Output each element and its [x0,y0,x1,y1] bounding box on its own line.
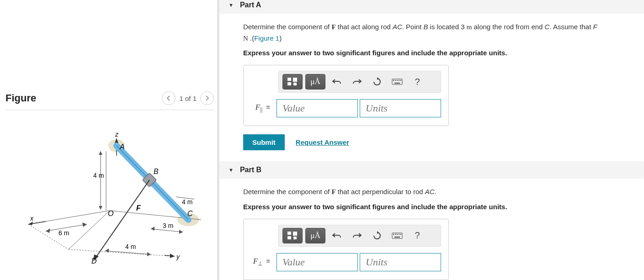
part-a-units-input[interactable] [360,99,441,117]
svg-line-29 [105,251,151,254]
problem-panel: ▼ Part A Determine the component of F th… [219,0,644,280]
svg-rect-50 [393,234,394,235]
svg-marker-36 [377,77,379,80]
svg-marker-15 [99,151,102,155]
undo-button[interactable] [328,74,346,90]
part-a-header[interactable]: ▼ Part A [219,0,644,14]
figure-panel: Figure 1 of 1 [0,0,219,280]
svg-rect-32 [287,78,291,81]
collapse-triangle-icon: ▼ [229,167,234,173]
dim-4m-left: 4 m [93,172,104,179]
svg-rect-43 [394,83,400,84]
part-a-body: Determine the component of F that act al… [219,22,644,161]
help-button[interactable]: ? [409,228,426,243]
dim-4m-right: 4 m [182,198,192,206]
svg-marker-28 [82,222,87,227]
figure-1-link[interactable]: Figure 1 [254,34,279,42]
reset-button[interactable] [368,228,386,243]
keyboard-button[interactable] [389,228,406,243]
point-O-label: O [108,210,113,217]
svg-rect-53 [399,234,399,235]
part-a-request-answer-link[interactable]: Request Answer [296,138,349,146]
part-b-value-input[interactable] [277,253,358,271]
help-button[interactable]: ? [409,74,426,90]
axis-y-label: y [176,253,180,260]
svg-line-23 [151,229,183,232]
svg-rect-52 [397,234,398,235]
figure-pager: 1 of 1 [162,91,214,105]
collapse-triangle-icon: ▼ [229,2,234,8]
reset-icon [373,231,382,240]
axis-z-label: z [115,131,119,138]
part-b-instruction: Express your answer to two significant f… [243,203,644,211]
svg-line-6 [69,249,174,256]
redo-icon [352,232,362,239]
point-A-label: A [119,143,125,151]
figure-header: Figure 1 of 1 [5,91,214,110]
pager-label: 1 of 1 [179,95,197,102]
dim-3m: 3 m [163,222,173,229]
svg-marker-31 [147,252,151,256]
svg-rect-54 [400,234,401,235]
svg-rect-34 [293,78,297,82]
svg-rect-37 [392,79,402,85]
undo-button[interactable] [328,228,346,243]
redo-button[interactable] [348,228,366,243]
chevron-right-icon [205,95,209,101]
units-symbol-button[interactable]: μÅ [305,74,325,90]
point-C-label: C [187,210,193,217]
force-F-label: F [136,204,141,212]
svg-rect-35 [293,83,297,85]
part-b-toolbar: μÅ ? [278,225,441,247]
svg-line-20 [95,180,149,259]
keyboard-icon [392,79,403,85]
units-symbol-button[interactable]: μÅ [305,228,325,243]
pager-next-button[interactable] [200,91,214,105]
axis-x-label: x [30,215,34,222]
svg-marker-16 [99,206,102,210]
svg-rect-51 [395,234,396,235]
undo-icon [332,78,341,85]
svg-rect-38 [393,80,394,81]
part-b-answer-box: μÅ ? F⊥ = [243,219,449,280]
pager-prev-button[interactable] [162,91,176,105]
template-picker-button[interactable] [282,228,303,243]
svg-rect-55 [394,237,400,238]
part-b-header[interactable]: ▼ Part B [219,161,644,179]
figure-title: Figure [5,92,36,104]
svg-rect-41 [399,80,399,81]
svg-rect-46 [293,232,297,236]
part-a-submit-row: Submit Request Answer [243,134,644,150]
point-B-label: B [154,168,159,175]
figure-diagram-svg: z x y A B C D O F 4 m 4 m 4 m 3 m 6 m [14,128,206,275]
template-picker-button[interactable] [282,74,303,90]
part-a-value-input[interactable] [277,99,358,117]
part-a-title: Part A [240,1,261,9]
part-a-answer-box: μÅ ? F|| = [243,65,449,126]
svg-marker-10 [170,254,175,258]
part-b-prompt: Determine the component of F that act pe… [243,187,644,197]
part-b-body: Determine the component of F that act pe… [219,187,644,280]
part-b-answer-row: F⊥ = [251,253,441,271]
point-D-label: D [91,257,97,265]
part-b-title: Part B [240,166,261,174]
chevron-left-icon [166,95,171,101]
part-a-submit-button[interactable]: Submit [243,134,285,150]
redo-button[interactable] [348,74,366,90]
svg-rect-44 [287,232,291,235]
svg-rect-45 [287,236,291,239]
keyboard-icon [392,232,403,239]
svg-marker-27 [46,228,50,233]
undo-icon [332,232,341,239]
part-a-answer-label: F|| = [251,103,275,113]
svg-line-5 [28,224,69,249]
part-b-units-input[interactable] [360,253,441,271]
part-a-prompt-line2: N .(Figure 1) [243,33,644,44]
reset-icon [373,77,382,86]
keyboard-button[interactable] [389,74,406,90]
svg-rect-33 [287,82,291,85]
svg-marker-48 [377,231,379,234]
dim-6m: 6 m [59,229,69,237]
reset-button[interactable] [368,74,386,90]
part-a-answer-row: F|| = [251,99,441,117]
